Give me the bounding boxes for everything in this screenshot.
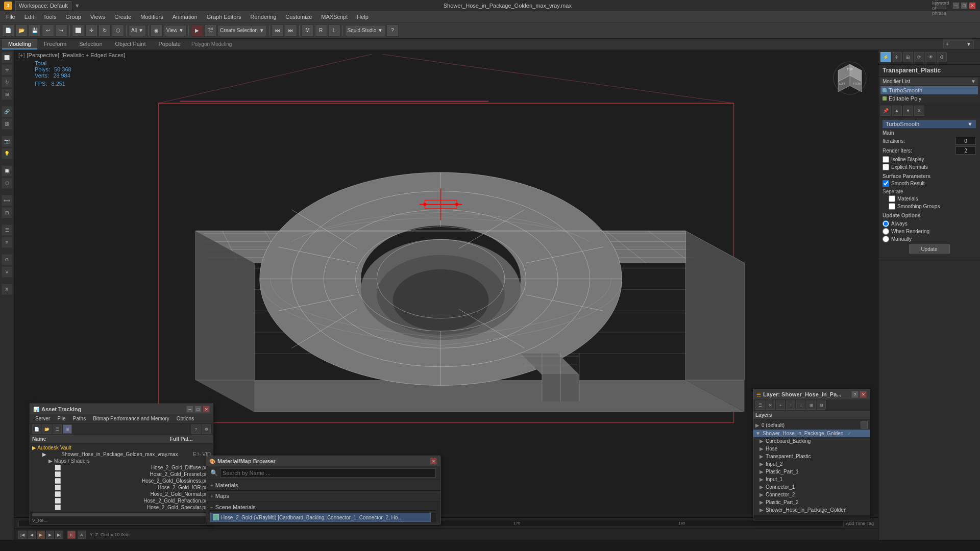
asset-folder-maps[interactable]: ▶ Maps / Shaders xyxy=(32,458,211,464)
mod-icon-move-down[interactable]: ▼ xyxy=(903,106,913,116)
render-button[interactable]: ▶ xyxy=(191,24,203,37)
layer-close[interactable]: ✕ xyxy=(860,391,867,398)
asset-scrollbar[interactable] xyxy=(30,512,213,517)
layer-item-6[interactable]: ▶ Plastic_Part_1 xyxy=(757,468,870,475)
asset-tb-settings[interactable]: ⚙ xyxy=(202,424,211,434)
prev-frame-btn[interactable]: ◀ xyxy=(28,531,36,539)
rp-icon-utilities[interactable]: ⚙ xyxy=(937,52,947,62)
materials-checkbox[interactable] xyxy=(889,195,895,202)
material-search-input[interactable] xyxy=(220,468,436,478)
asset-tb-grid[interactable]: ⊞ xyxy=(63,424,72,434)
maximize-button[interactable]: □ xyxy=(961,2,968,9)
workspace-label[interactable]: Workspace: Default xyxy=(15,1,71,10)
viewport[interactable]: [+] [Perspective] [Realistic + Edged Fac… xyxy=(14,50,878,540)
menu-file[interactable]: File xyxy=(2,13,19,21)
layer-tb-icon6[interactable]: ⊞ xyxy=(806,400,816,410)
snap-tool[interactable]: 🔲 xyxy=(2,165,13,177)
iterations-input[interactable] xyxy=(955,137,976,145)
modifier-turbosmooth[interactable]: TurboSmooth xyxy=(880,86,978,94)
rotate-tool[interactable]: ↻ xyxy=(2,77,13,88)
asset-menu-server[interactable]: Server xyxy=(32,415,53,422)
asset-scroll-thumb[interactable] xyxy=(32,513,211,516)
squid-studio-dropdown[interactable]: Squid Studio ▼ xyxy=(345,25,385,36)
asset-tb-new[interactable]: 📄 xyxy=(32,424,41,434)
viewport-shading[interactable]: ◉ xyxy=(151,24,163,37)
menu-modifiers[interactable]: Modifiers xyxy=(136,13,167,21)
close-button[interactable]: ✕ xyxy=(969,2,976,9)
mod-icon-delete[interactable]: ✕ xyxy=(914,106,924,116)
goto-end[interactable]: ▶| xyxy=(55,531,63,539)
redo-button[interactable]: ↪ xyxy=(55,24,67,37)
mod-icon-pin[interactable]: 📌 xyxy=(880,106,891,116)
move-button[interactable]: ✛ xyxy=(85,24,97,37)
tab-modeling[interactable]: Modeling xyxy=(2,39,37,49)
scene-mat-expand[interactable]: − Scene Materials xyxy=(210,504,436,511)
layer-manager[interactable]: ☰ xyxy=(2,224,13,236)
light-lister[interactable]: L xyxy=(328,24,340,37)
asset-tb-open[interactable]: 📂 xyxy=(42,424,52,434)
menu-animation[interactable]: Animation xyxy=(168,13,202,21)
layer-item-7[interactable]: ▶ Input_1 xyxy=(757,475,870,483)
layer-item-4[interactable]: ▶ Transparent_Plastic xyxy=(757,453,870,460)
save-button[interactable]: 💾 xyxy=(29,24,41,37)
asset-menu-options[interactable]: Options xyxy=(174,415,197,422)
rp-icon-motion[interactable]: ⟳ xyxy=(914,52,924,62)
asset-tb-list[interactable]: ☰ xyxy=(53,424,62,434)
layer-tb-icon2[interactable]: ✕ xyxy=(766,400,775,410)
layer-tb-icon1[interactable]: ☰ xyxy=(755,400,765,410)
manually-radio[interactable] xyxy=(883,236,889,242)
layer-item-0[interactable]: ▶ 0 (default) xyxy=(753,420,870,430)
maps-expand[interactable]: + Maps xyxy=(206,491,440,502)
navigation-cube[interactable]: TOP FRONT LEFT xyxy=(832,60,868,96)
asset-texture-6[interactable]: ⬜ Hose_2_Gold_Refraction.png xyxy=(32,497,211,504)
layer-tb-icon7[interactable]: ⊟ xyxy=(817,400,826,410)
rp-icon-hierarchy[interactable]: ⊞ xyxy=(903,52,913,62)
render-frame[interactable]: R xyxy=(315,24,327,37)
material-editor[interactable]: M xyxy=(302,24,314,37)
layer-item-1[interactable]: ▼ Shower_Hose_in_Package_Golden ✓ xyxy=(753,430,870,437)
rotate-button[interactable]: ↻ xyxy=(99,24,111,37)
light-tool[interactable]: 💡 xyxy=(2,148,13,159)
layer-scrollbar[interactable] xyxy=(753,515,870,520)
link-tool[interactable]: 🔗 xyxy=(2,106,13,117)
asset-menu-paths[interactable]: Paths xyxy=(70,415,89,422)
menu-tools[interactable]: Tools xyxy=(39,13,61,21)
add-time-tag[interactable]: Add Time Tag xyxy=(846,521,874,526)
asset-root-item[interactable]: ▶ Autodesk Vault xyxy=(32,444,211,451)
next-frame-btn[interactable]: ▶ xyxy=(46,531,54,539)
mod-icon-move-up[interactable]: ▲ xyxy=(892,106,902,116)
ts-header[interactable]: TurboSmooth ▼ xyxy=(883,120,976,128)
set-key[interactable]: K xyxy=(67,531,76,539)
search-box[interactable]: Type a keyword or phrase xyxy=(935,2,946,9)
tab-object-paint[interactable]: Object Paint xyxy=(109,39,152,49)
materials-expand[interactable]: + Materials xyxy=(206,480,440,491)
menu-edit[interactable]: Edit xyxy=(20,13,38,21)
render-iters-input[interactable] xyxy=(955,146,976,155)
next-frame[interactable]: ⏭ xyxy=(285,24,297,37)
object-type-dropdown[interactable]: All ▼ xyxy=(129,25,146,36)
menu-rendering[interactable]: Rendering xyxy=(247,13,281,21)
menu-maxscript[interactable]: MAXScript xyxy=(317,13,352,21)
minimize-button[interactable]: ─ xyxy=(952,2,960,9)
mirror-tool[interactable]: ⟺ xyxy=(2,195,13,206)
layer-item-11[interactable]: ▶ Shower_Hose_in_Package_Golden xyxy=(757,506,870,514)
scale-tool[interactable]: ⊞ xyxy=(2,89,13,100)
material-close[interactable]: ✕ xyxy=(430,458,437,465)
ribbon-toggle[interactable]: ≡ xyxy=(2,237,13,248)
open-button[interactable]: 📂 xyxy=(15,24,28,37)
tab-populate[interactable]: Populate xyxy=(152,39,186,49)
rp-icon-display[interactable]: 👁 xyxy=(925,52,936,62)
prev-frame[interactable]: ⏮ xyxy=(272,24,284,37)
menu-views[interactable]: Views xyxy=(86,13,109,21)
move-tool[interactable]: ✛ xyxy=(2,64,13,76)
vertex-paint[interactable]: V xyxy=(2,266,13,278)
menu-help[interactable]: Help xyxy=(353,13,373,21)
asset-texture-2[interactable]: ⬜ Hose_2_Gold_Fresnel.png xyxy=(32,471,211,478)
asset-texture-7[interactable]: ⬜ Hose_2_Gold_Specular.png xyxy=(32,504,211,511)
layer-item-9[interactable]: ▶ Connector_2 xyxy=(757,491,870,498)
tab-freeform[interactable]: Freeform xyxy=(38,39,73,49)
asset-texture-5[interactable]: ⬜ Hose_2_Gold_Normal.png xyxy=(32,491,211,497)
layer-tb-icon4[interactable]: ↑ xyxy=(786,400,795,410)
align-tool[interactable]: ⊟ xyxy=(2,207,13,218)
smooth-result-checkbox[interactable] xyxy=(883,180,889,187)
